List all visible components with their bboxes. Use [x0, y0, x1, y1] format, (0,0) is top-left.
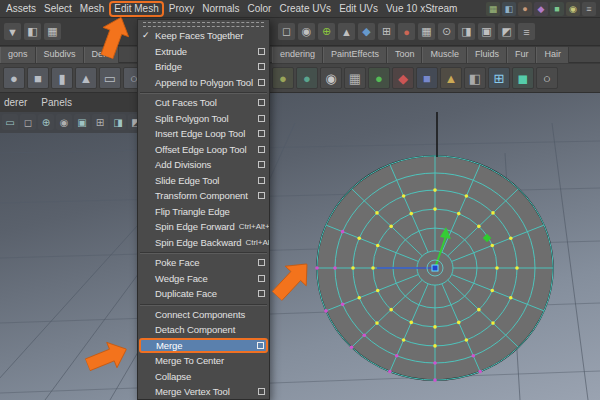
paint-icon[interactable]: ◆: [534, 2, 548, 16]
lasso-tool-icon[interactable]: ◻: [20, 114, 36, 130]
option-box-icon[interactable]: [258, 290, 265, 297]
menu-edit-mesh[interactable]: Edit Mesh: [109, 1, 163, 17]
poly-cylinder-icon[interactable]: ▮: [51, 67, 73, 89]
menu-item-slide-edge-tool[interactable]: ✓ Slide Edge Tool: [138, 173, 269, 189]
menu-item-flip-triangle-edge[interactable]: ✓ Flip Triangle Edge: [138, 204, 269, 220]
overflow-icon[interactable]: ≡: [582, 2, 596, 16]
menu-create-uvs[interactable]: Create UVs: [275, 2, 335, 16]
camera-view-icon[interactable]: ◨: [110, 114, 126, 130]
menu-edit-uvs[interactable]: Edit UVs: [335, 2, 382, 16]
snap-to-grid-icon[interactable]: ▲: [338, 23, 355, 40]
make-live-icon[interactable]: ▦: [418, 23, 435, 40]
shaded-sphere-icon[interactable]: ●: [272, 67, 294, 89]
solid-chip-icon[interactable]: ◼: [512, 67, 534, 89]
ipr-render-icon[interactable]: ◩: [498, 23, 515, 40]
poly-cone-icon[interactable]: ▲: [75, 67, 97, 89]
move-tool-icon[interactable]: ⊕: [38, 114, 54, 130]
render-icon[interactable]: ▣: [478, 23, 495, 40]
shelf-tab-fur[interactable]: Fur: [507, 47, 537, 63]
snap-to-point-icon[interactable]: ⊞: [378, 23, 395, 40]
menu-item-insert-edge-loop-tool[interactable]: ✓ Insert Edge Loop Tool: [138, 126, 269, 142]
menu-color[interactable]: Color: [244, 2, 276, 16]
undo-icon[interactable]: ▦: [44, 23, 61, 40]
option-box-icon[interactable]: [258, 388, 265, 395]
render-settings-icon[interactable]: ≡: [518, 23, 535, 40]
rotate-tool-icon[interactable]: ◉: [56, 114, 72, 130]
half-shade-icon[interactable]: ◧: [464, 67, 486, 89]
shelf-tab-muscle[interactable]: Muscle: [422, 47, 467, 63]
option-box-icon[interactable]: [258, 161, 265, 168]
option-box-icon[interactable]: [258, 79, 265, 86]
construction-history-icon[interactable]: ◨: [458, 23, 475, 40]
snap-to-curve-icon[interactable]: ◆: [358, 23, 375, 40]
menu-item-split-polygon-tool[interactable]: ✓ Split Polygon Tool: [138, 111, 269, 127]
menu-select[interactable]: Select: [40, 2, 76, 16]
menu-normals[interactable]: Normals: [198, 2, 243, 16]
poly-plane-icon[interactable]: ▭: [99, 67, 121, 89]
layers-icon[interactable]: ◧: [502, 2, 516, 16]
panel-menu-panels[interactable]: Panels: [41, 97, 72, 108]
green-sphere-icon[interactable]: ●: [368, 67, 390, 89]
select-by-component-icon[interactable]: ⊕: [318, 23, 335, 40]
poly-cube-icon[interactable]: ■: [27, 67, 49, 89]
checker-map-icon[interactable]: ▦: [344, 67, 366, 89]
shelf-tab-gons[interactable]: gons: [0, 47, 36, 63]
option-box-icon[interactable]: [258, 275, 265, 282]
menu-item-wedge-face[interactable]: ✓ Wedge Face: [138, 271, 269, 287]
cone-light-icon[interactable]: ▲: [440, 67, 462, 89]
menu-item-keep-faces-together[interactable]: ✓ Keep Faces Together: [138, 28, 269, 44]
menu-vue-10-xstream[interactable]: Vue 10 xStream: [382, 2, 461, 16]
blue-cube-icon[interactable]: ■: [416, 67, 438, 89]
option-box-icon[interactable]: [258, 146, 265, 153]
menu-item-merge-to-center[interactable]: ✓ Merge To Center: [138, 353, 269, 369]
shelf-tab-fluids[interactable]: Fluids: [467, 47, 507, 63]
menu-item-poke-face[interactable]: ✓ Poke Face: [138, 255, 269, 271]
grid-toggle-icon[interactable]: ⊞: [92, 114, 108, 130]
menu-item-merge-vertex-tool[interactable]: ✓ Merge Vertex Tool: [138, 384, 269, 400]
option-box-icon[interactable]: [258, 259, 265, 266]
option-box-icon[interactable]: [258, 99, 265, 106]
select-by-hierarchy-icon[interactable]: ◻: [278, 23, 295, 40]
panel-menu-derer[interactable]: derer: [4, 97, 27, 108]
scale-tool-icon[interactable]: ▣: [74, 114, 90, 130]
cube-icon[interactable]: ■: [550, 2, 564, 16]
checker-sphere-icon[interactable]: ◉: [320, 67, 342, 89]
uv-grid-icon[interactable]: ⊞: [488, 67, 510, 89]
teal-sphere-icon[interactable]: ●: [296, 67, 318, 89]
grid-icon[interactable]: ▦: [486, 2, 500, 16]
menu-item-transform-component[interactable]: ✓ Transform Component: [138, 188, 269, 204]
wire-sphere-icon[interactable]: ○: [536, 67, 558, 89]
shelf-tab-endering[interactable]: endering: [272, 47, 323, 63]
select-tool-icon[interactable]: ▭: [2, 114, 18, 130]
menu-item-cut-faces-tool[interactable]: ✓ Cut Faces Tool: [138, 95, 269, 111]
shelf-tab-subdivs[interactable]: Subdivs: [36, 47, 84, 63]
menu-proxy[interactable]: Proxy: [165, 2, 199, 16]
option-box-icon[interactable]: [258, 192, 265, 199]
shelf-tab-hair[interactable]: Hair: [536, 47, 569, 63]
menu-mesh[interactable]: Mesh: [76, 2, 108, 16]
menu-item-connect-components[interactable]: ✓ Connect Components: [138, 307, 269, 323]
menu-item-detach-component[interactable]: ✓ Detach Component: [138, 322, 269, 338]
input-connections-icon[interactable]: ⊙: [438, 23, 455, 40]
option-box-icon[interactable]: [257, 342, 264, 349]
scene-selector-icon[interactable]: ▼: [4, 23, 21, 40]
option-box-icon[interactable]: [258, 63, 265, 70]
option-box-icon[interactable]: [258, 130, 265, 137]
menu-item-merge[interactable]: ✓ Merge: [139, 338, 268, 354]
tearoff-handle[interactable]: [143, 22, 264, 27]
poly-sphere-icon[interactable]: ●: [3, 67, 25, 89]
snap-to-plane-icon[interactable]: ●: [398, 23, 415, 40]
menu-item-collapse[interactable]: ✓ Collapse: [138, 369, 269, 385]
menu-item-extrude[interactable]: ✓ Extrude: [138, 44, 269, 60]
menu-item-offset-edge-loop-tool[interactable]: ✓ Offset Edge Loop Tool: [138, 142, 269, 158]
menu-item-add-divisions[interactable]: ✓ Add Divisions: [138, 157, 269, 173]
camera-icon[interactable]: ◉: [566, 2, 580, 16]
option-box-icon[interactable]: [258, 177, 265, 184]
option-box-icon[interactable]: [258, 115, 265, 122]
menu-assets[interactable]: Assets: [2, 2, 40, 16]
option-box-icon[interactable]: [258, 48, 265, 55]
menu-item-spin-edge-backward[interactable]: ✓ Spin Edge Backward Ctrl+Alt+Left: [138, 235, 269, 251]
menu-item-bridge[interactable]: ✓ Bridge: [138, 59, 269, 75]
select-by-object-icon[interactable]: ◉: [298, 23, 315, 40]
shelf-tab-painteffects[interactable]: PaintEffects: [323, 47, 387, 63]
